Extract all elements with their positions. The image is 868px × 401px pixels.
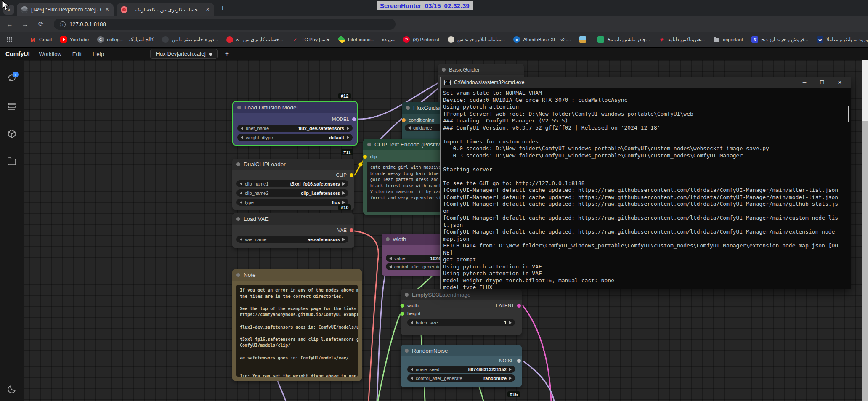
node-collapse-dot[interactable] — [405, 293, 409, 297]
decrement-icon[interactable] — [408, 126, 411, 130]
bookmark-online-shop[interactable]: سامانه آنلاین خرید س... — [448, 36, 505, 43]
browser-tab-artech[interactable]: حساب کاربری من - کافه آرتک ✕ — [117, 3, 214, 16]
prev-icon[interactable] — [240, 201, 242, 204]
forward-button-icon[interactable]: → — [20, 19, 29, 29]
batch-size-widget[interactable]: batch_size 1 — [407, 319, 515, 326]
prev-icon[interactable] — [389, 265, 392, 268]
weight-dtype-widget[interactable]: weight_dtype default — [237, 134, 353, 141]
node-empty-sd3-latent[interactable]: EmptySD3LatentImage width height LATENT — [401, 289, 522, 335]
vae-name-widget[interactable]: vae_name ae.safetensors — [236, 236, 348, 243]
node-dual-clip-loader[interactable]: DualCLIPLoader CLIP clip_name1 t5xxl_fp1… — [232, 159, 354, 210]
bookmark-litefinance[interactable]: LiteFinanc... — سپرده — [338, 37, 395, 42]
prev-icon[interactable] — [241, 127, 243, 130]
clip-name1-widget[interactable]: clip_name1 t5xxl_fp16.safetensors — [236, 180, 348, 187]
back-button-icon[interactable]: ← — [5, 19, 14, 29]
node-random-noise[interactable]: RandomNoise NOISE noise_seed 80748831323… — [401, 345, 522, 387]
next-icon[interactable] — [342, 191, 345, 195]
bookmark-exchange[interactable]: Xفروش و خرید ارز دیج... — [751, 36, 808, 43]
address-bar[interactable]: i 127.0.0.1:8188 — [54, 19, 396, 30]
console-scrollbar-thumb[interactable] — [848, 106, 849, 122]
browser-tab-comfyui[interactable]: [14%] *Flux-Dev[artech.cafe] - C ✕ — [17, 3, 114, 16]
control-after-generate-widget[interactable]: control_after_generate randomize — [407, 374, 515, 382]
prev-icon[interactable] — [240, 191, 242, 195]
next-icon[interactable] — [342, 182, 345, 186]
workflow-tab[interactable]: Flux-Dev[artech.cafe] — [150, 49, 218, 59]
theme-moon-icon[interactable] — [7, 384, 18, 395]
folder-icon[interactable] — [7, 156, 18, 167]
model-output-slot[interactable]: MODEL — [332, 117, 355, 122]
bookmark-trading-platform[interactable]: wورود به پلتفرم معاملا... — [817, 36, 868, 43]
new-tab-button[interactable]: + — [220, 5, 225, 11]
tab-close-icon[interactable]: ✕ — [206, 7, 210, 12]
bookmark-image[interactable] — [579, 36, 589, 43]
maximize-button[interactable]: ☐ — [815, 80, 829, 85]
node-collapse-dot[interactable] — [236, 273, 240, 277]
value-widget[interactable]: value 1024 — [386, 255, 449, 262]
node-collapse-dot[interactable] — [237, 106, 241, 109]
bookmark-albedobase[interactable]: cAlbedoBase XL - v2.... — [513, 36, 571, 43]
prev-icon[interactable] — [411, 377, 413, 380]
node-collapse-dot[interactable] — [236, 217, 240, 221]
bookmark-pinterest[interactable]: P(3) Pinterest — [403, 36, 439, 43]
type-widget[interactable]: type flux — [236, 199, 348, 206]
bookmark-tcpay[interactable]: ✓TC Pay | خانه — [292, 36, 330, 43]
next-icon[interactable] — [342, 201, 345, 204]
close-button[interactable]: ✕ — [833, 80, 847, 85]
latent-output-slot[interactable]: LATENT — [496, 303, 520, 308]
control-after-generate-widget[interactable]: control_after_generate — [386, 263, 449, 270]
bookmark-course[interactable]: دوره جامع صفر تا ص... — [162, 36, 218, 43]
page-scrollbar-thumb[interactable] — [862, 60, 868, 121]
node-collapse-dot[interactable] — [406, 106, 410, 110]
bookmark-hirobox[interactable]: ♥هیروباکس دانلود... — [658, 36, 705, 43]
apps-grid-icon[interactable] — [6, 36, 13, 43]
next-icon[interactable] — [342, 238, 345, 241]
cmd-console[interactable]: Set vram state to: NORMAL_VRAM Device: c… — [441, 88, 851, 289]
next-icon[interactable] — [509, 321, 512, 324]
menu-workflow[interactable]: Workflow — [39, 51, 61, 57]
clip-name2-widget[interactable]: clip_name2 clip_l.safetensors — [236, 189, 348, 197]
prev-icon[interactable] — [240, 238, 242, 241]
clip-input-slot[interactable]: clip — [364, 154, 377, 159]
vae-output-slot[interactable]: VAE — [337, 228, 353, 233]
bookmark-important-folder[interactable]: important — [713, 36, 743, 43]
tab-close-icon[interactable]: ✕ — [105, 7, 109, 12]
node-load-diffusion-model[interactable]: Load Diffusion Model MODEL unet_name flu… — [232, 101, 358, 146]
models-icon[interactable] — [7, 129, 18, 140]
prev-icon[interactable] — [411, 321, 413, 324]
bookmark-youtube[interactable]: YouTube — [60, 36, 89, 43]
minimize-button[interactable]: ─ — [797, 80, 812, 85]
width-input-slot[interactable]: width — [401, 303, 419, 308]
cmd-titlebar[interactable]: C:\_ C:\Windows\system32\cmd.exe ─ ☐ ✕ — [441, 77, 851, 88]
node-collapse-dot[interactable] — [442, 68, 446, 72]
height-input-slot[interactable]: height — [401, 311, 420, 316]
node-collapse-dot[interactable] — [236, 162, 240, 166]
node-collapse-dot[interactable] — [405, 349, 409, 353]
site-info-icon[interactable]: i — [60, 21, 66, 27]
node-note[interactable]: Note If you get an error in any of the n… — [232, 269, 362, 381]
cmd-window[interactable]: C:\_ C:\Windows\system32\cmd.exe ─ ☐ ✕ S… — [440, 77, 851, 289]
reroute-dot[interactable] — [358, 162, 363, 167]
node-collapse-dot[interactable] — [386, 237, 390, 241]
unet-name-widget[interactable]: unet_name flux_dev.safetensors — [237, 125, 353, 132]
bookmark-gmail[interactable]: MGmail — [29, 36, 52, 43]
new-workflow-button[interactable]: + — [225, 50, 229, 58]
bookmark-account[interactable]: حساب کاربری من - ه... — [226, 36, 283, 43]
next-icon[interactable] — [347, 127, 349, 130]
prev-icon[interactable] — [241, 136, 243, 139]
noise-seed-widget[interactable]: noise_seed 807488313231152 — [407, 366, 515, 373]
menu-edit[interactable]: Edit — [72, 51, 82, 57]
prev-icon[interactable] — [240, 182, 242, 186]
prev-icon[interactable] — [411, 368, 413, 371]
page-scrollbar[interactable] — [862, 60, 868, 401]
bookmark-car-cover[interactable]: چادر ماشین نانو مخ... — [597, 36, 650, 43]
next-icon[interactable] — [509, 377, 512, 380]
conditioning-input-slot[interactable]: conditioning — [403, 117, 434, 122]
menu-help[interactable]: Help — [93, 51, 104, 57]
prev-icon[interactable] — [389, 257, 392, 260]
comfyui-logo[interactable]: ComfyUI — [5, 50, 30, 57]
bookmark-college[interactable]: Gcolleg... – کالج اسپارک — [97, 36, 154, 43]
node-collapse-dot[interactable] — [367, 143, 371, 146]
queue-icon[interactable] — [7, 101, 18, 112]
noise-output-slot[interactable]: NOISE — [499, 358, 520, 363]
next-icon[interactable] — [347, 136, 349, 139]
